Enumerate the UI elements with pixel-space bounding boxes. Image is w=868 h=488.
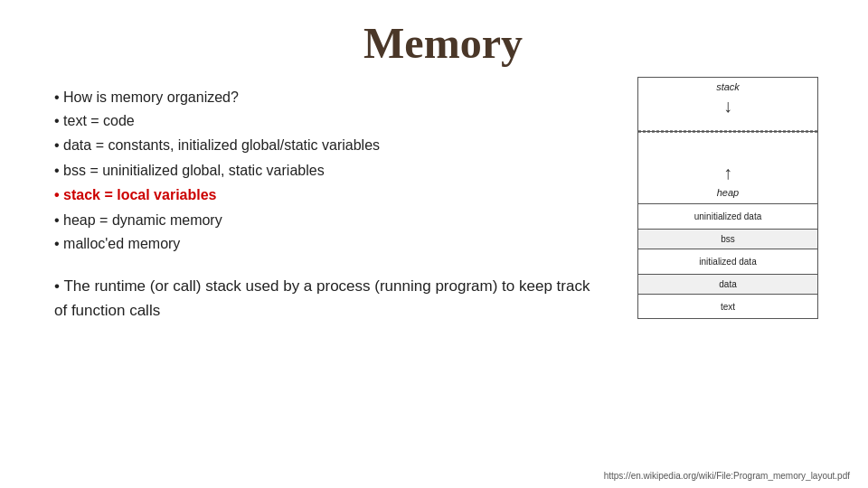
sub-sub-bullet-1: malloc'ed memory <box>54 232 606 256</box>
heap-segment: ↑ heap <box>638 132 817 204</box>
initdata-label: initialized data <box>699 257 756 267</box>
slide: Memory How is memory organized? text = c… <box>0 0 868 488</box>
sub-bullets: text = code data = constants, initialize… <box>54 109 606 256</box>
bss-segment: bss <box>638 230 817 249</box>
sub-sub-bullet-1-text: malloc'ed memory <box>54 236 180 251</box>
memory-diagram: stack ↓ ↑ heap uninitialized data bss in… <box>637 77 818 319</box>
sub-bullet-3-text: bss = uninitialized global, static varia… <box>54 163 325 178</box>
second-bullet-text: The runtime (or call) stack used by a pr… <box>54 277 590 318</box>
sub-bullet-5: heap = dynamic memory malloc'ed memory <box>54 209 606 255</box>
second-section: The runtime (or call) stack used by a pr… <box>54 275 606 323</box>
slide-title: Memory <box>54 18 832 68</box>
initdata-segment: initialized data <box>638 249 817 275</box>
uninit-segment: uninitialized data <box>638 204 817 230</box>
content-area: How is memory organized? text = code dat… <box>54 86 832 479</box>
memory-diagram-area: stack ↓ ↑ heap uninitialized data bss in… <box>624 77 832 479</box>
sub-bullet-4: stack = local variables <box>54 183 606 207</box>
heap-label: heap <box>717 187 739 198</box>
sub-bullet-4-text: stack = local variables <box>54 187 217 202</box>
sub-bullet-1: text = code <box>54 109 606 133</box>
sub-bullet-3: bss = uninitialized global, static varia… <box>54 159 606 183</box>
uninit-label: uninitialized data <box>694 211 762 221</box>
stack-segment: stack ↓ <box>638 78 817 132</box>
data-label: data <box>719 279 736 289</box>
stack-label: stack <box>716 81 740 92</box>
bullet-main-1-text: How is memory organized? <box>54 89 239 105</box>
text-content: How is memory organized? text = code dat… <box>54 86 606 479</box>
data-segment: data <box>638 275 817 295</box>
footnote: https://en.wikipedia.org/wiki/File:Progr… <box>604 471 850 481</box>
sub-bullet-2-text: data = constants, initialized global/sta… <box>54 137 380 153</box>
sub-bullet-5-text: heap = dynamic memory <box>54 212 222 228</box>
bss-label: bss <box>721 234 735 244</box>
sub-sub-bullets: malloc'ed memory <box>54 232 606 256</box>
text-label: text <box>721 302 735 312</box>
bullet-main-1: How is memory organized? text = code dat… <box>54 86 606 255</box>
sub-bullet-2: data = constants, initialized global/sta… <box>54 134 606 157</box>
sub-bullet-1-text: text = code <box>54 113 135 128</box>
text-segment: text <box>638 295 817 318</box>
